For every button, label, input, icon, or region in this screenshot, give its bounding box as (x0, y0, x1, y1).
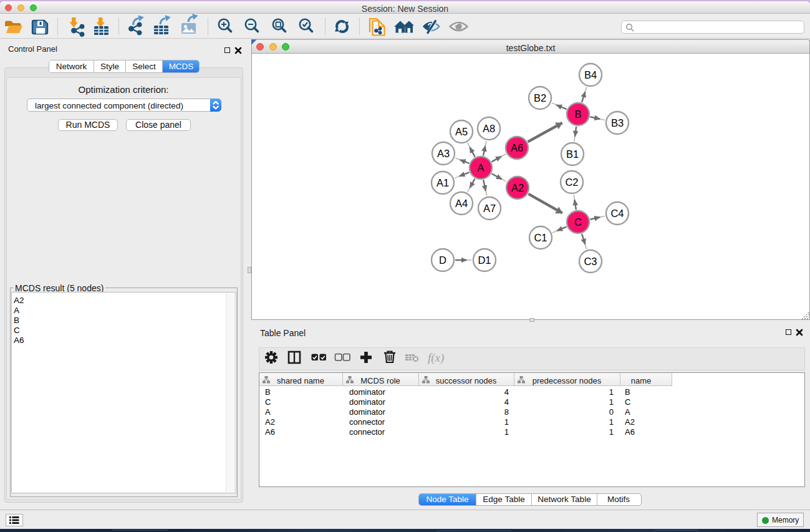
svg-text:B: B (574, 109, 581, 120)
svg-text:f(x): f(x) (428, 351, 444, 365)
svg-text:B4: B4 (584, 69, 597, 80)
svg-text:B2: B2 (534, 92, 546, 104)
svg-text:C4: C4 (610, 208, 624, 219)
svg-text:A6: A6 (511, 142, 523, 153)
svg-text:A2: A2 (511, 182, 524, 193)
svg-text:B1: B1 (566, 148, 579, 160)
svg-text:C: C (574, 216, 582, 228)
svg-text:C3: C3 (584, 256, 597, 267)
svg-text:B3: B3 (611, 117, 624, 128)
svg-text:C2: C2 (565, 177, 578, 188)
svg-text:C1: C1 (534, 232, 547, 243)
